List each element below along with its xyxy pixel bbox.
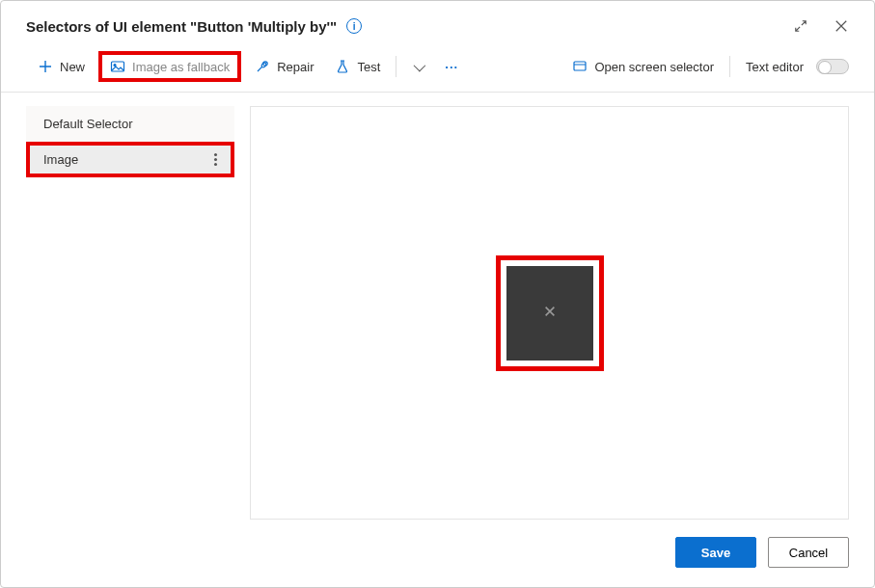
- kebab-icon[interactable]: [214, 153, 217, 166]
- image-fallback-label: Image as fallback: [132, 60, 230, 74]
- wrench-icon: [255, 59, 270, 74]
- save-button[interactable]: Save: [675, 537, 756, 568]
- expand-icon[interactable]: [785, 11, 816, 41]
- open-screen-selector-label: Open screen selector: [594, 60, 714, 74]
- test-label: Test: [357, 60, 380, 74]
- text-editor-label: Text editor: [746, 60, 804, 74]
- toggle-switch[interactable]: [816, 59, 849, 74]
- selector-item-label: Image: [43, 152, 78, 167]
- new-button[interactable]: New: [30, 55, 93, 78]
- info-icon[interactable]: i: [346, 18, 362, 34]
- close-icon[interactable]: [826, 11, 857, 41]
- text-editor-toggle[interactable]: Text editor: [738, 55, 857, 78]
- plus-icon: [38, 59, 53, 74]
- svg-rect-3: [574, 62, 586, 70]
- dialog-title: Selectors of UI element "Button 'Multipl…: [26, 18, 337, 35]
- cancel-button[interactable]: Cancel: [768, 537, 849, 568]
- dialog-header: Selectors of UI element "Button 'Multipl…: [1, 1, 874, 47]
- selector-item-label: Default Selector: [43, 117, 133, 131]
- preview-panel: [250, 106, 849, 520]
- svg-point-2: [263, 62, 267, 66]
- new-label: New: [60, 60, 85, 74]
- flask-icon: [335, 59, 350, 74]
- selector-item-image[interactable]: Image: [26, 142, 234, 177]
- selector-item-default[interactable]: Default Selector: [26, 106, 234, 142]
- toolbar: New Image as fallback Repair Test: [1, 47, 874, 93]
- svg-point-1: [114, 65, 116, 67]
- screen-icon: [572, 59, 588, 74]
- overflow-menu-button[interactable]: ···: [437, 56, 466, 78]
- repair-button[interactable]: Repair: [247, 55, 321, 78]
- chevron-down-icon[interactable]: [404, 63, 431, 71]
- test-button[interactable]: Test: [327, 55, 388, 78]
- selector-list: Default Selector Image: [26, 106, 234, 520]
- multiply-icon: [543, 305, 557, 321]
- image-fallback-button[interactable]: Image as fallback: [98, 51, 241, 82]
- image-icon: [110, 59, 125, 74]
- repair-label: Repair: [277, 60, 314, 74]
- open-screen-selector-button[interactable]: Open screen selector: [564, 55, 722, 78]
- dialog-body: Default Selector Image: [1, 93, 874, 525]
- divider: [729, 56, 730, 77]
- preview-highlight: [496, 255, 604, 371]
- divider: [396, 56, 396, 77]
- svg-rect-0: [112, 62, 124, 71]
- preview-image: [506, 266, 593, 361]
- dialog-footer: Save Cancel: [1, 525, 874, 587]
